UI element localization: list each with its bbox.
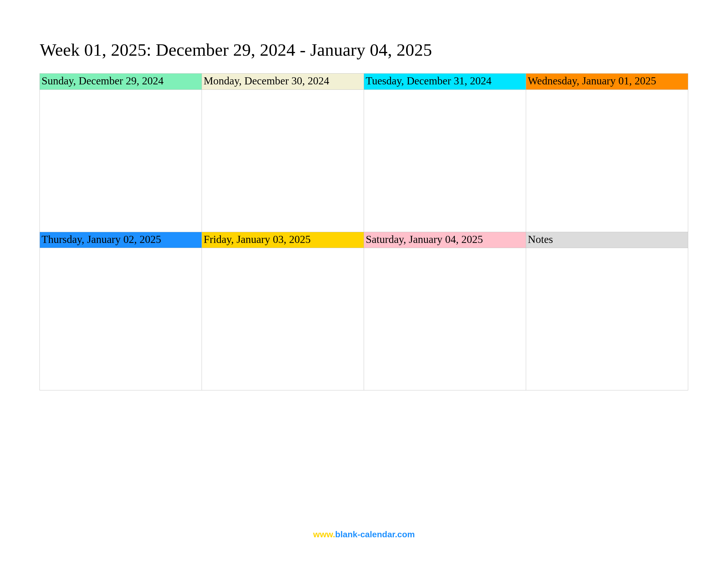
day-cell-thursday: Thursday, January 02, 2025 <box>40 232 202 391</box>
day-header-wednesday: Wednesday, January 01, 2025 <box>526 74 688 90</box>
day-header-sunday: Sunday, December 29, 2024 <box>40 74 202 90</box>
notes-body[interactable] <box>526 248 688 390</box>
calendar-page: Week 01, 2025: December 29, 2024 - Janua… <box>0 0 728 562</box>
notes-cell: Notes <box>526 232 688 391</box>
day-header-tuesday: Tuesday, December 31, 2024 <box>364 74 526 90</box>
footer-part1: www. <box>313 530 335 539</box>
day-body-wednesday[interactable] <box>526 90 688 232</box>
day-cell-sunday: Sunday, December 29, 2024 <box>40 73 202 232</box>
day-body-saturday[interactable] <box>364 248 526 390</box>
day-body-monday[interactable] <box>202 90 364 232</box>
notes-header: Notes <box>526 232 688 248</box>
day-body-sunday[interactable] <box>40 90 202 232</box>
footer-link[interactable]: www.blank-calendar.com <box>0 530 728 539</box>
day-header-friday: Friday, January 03, 2025 <box>202 232 364 248</box>
footer-part2: blank-calendar.com <box>335 530 415 539</box>
day-header-saturday: Saturday, January 04, 2025 <box>364 232 526 248</box>
day-header-monday: Monday, December 30, 2024 <box>202 74 364 90</box>
day-body-friday[interactable] <box>202 248 364 390</box>
day-cell-wednesday: Wednesday, January 01, 2025 <box>526 73 688 232</box>
day-header-thursday: Thursday, January 02, 2025 <box>40 232 202 248</box>
day-cell-tuesday: Tuesday, December 31, 2024 <box>364 73 526 232</box>
day-cell-saturday: Saturday, January 04, 2025 <box>364 232 526 391</box>
day-body-thursday[interactable] <box>40 248 202 390</box>
calendar-grid: Sunday, December 29, 2024 Monday, Decemb… <box>40 74 688 390</box>
page-title: Week 01, 2025: December 29, 2024 - Janua… <box>40 40 688 60</box>
day-body-tuesday[interactable] <box>364 90 526 232</box>
day-cell-friday: Friday, January 03, 2025 <box>202 232 364 391</box>
day-cell-monday: Monday, December 30, 2024 <box>202 73 364 232</box>
